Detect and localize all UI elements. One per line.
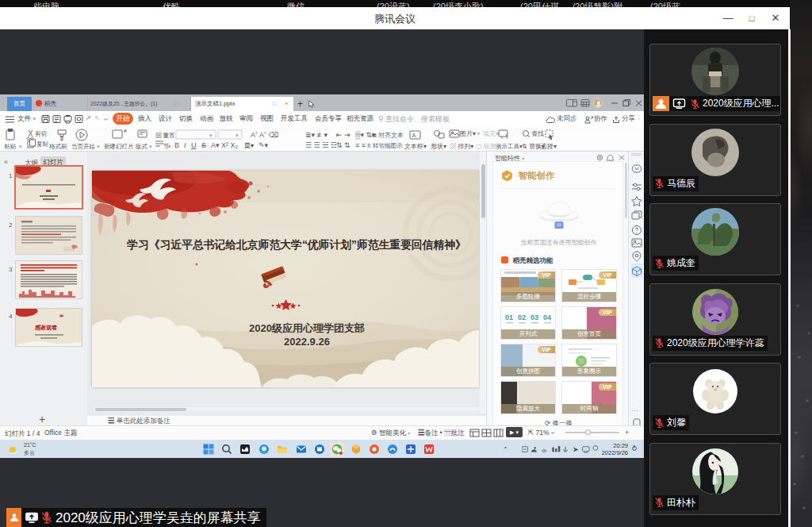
svg-text:选择▾: 选择▾: [541, 143, 557, 150]
svg-text:演示工具▾: 演示工具▾: [496, 143, 523, 150]
svg-text:Aˆ Aˇ ⌫: Aˆ Aˇ ⌫: [251, 131, 278, 139]
svg-text:B: B: [174, 141, 179, 149]
svg-text:查找: 查找: [531, 130, 544, 137]
svg-text:复制: 复制: [36, 140, 48, 148]
svg-text:I: I: [184, 141, 186, 149]
svg-text:▦ 重置: ▦ 重置: [155, 132, 175, 139]
svg-text:S: S: [201, 141, 206, 149]
svg-text:A: A: [412, 133, 416, 138]
svg-text:▨ 排列▾: ▨ 排列▾: [450, 143, 473, 150]
svg-text:文本框▾: 文本框▾: [404, 143, 427, 150]
svg-text:U: U: [191, 141, 197, 149]
svg-text:▾: ▾: [19, 144, 22, 149]
svg-text:图片▾: 图片▾: [460, 130, 476, 137]
svg-text:新建幻灯片: 新建幻灯片: [104, 143, 134, 150]
svg-text:✎▾: ✎▾: [259, 141, 269, 149]
svg-text:奠▾: 奠▾: [244, 142, 254, 149]
svg-text:≣▾ ≢▾: ≣▾ ≢▾: [305, 131, 328, 139]
svg-text:01: 01: [505, 314, 513, 321]
svg-text:形状▾: 形状▾: [431, 143, 446, 150]
svg-text:格式刷: 格式刷: [48, 143, 67, 150]
svg-text:03: 03: [530, 314, 538, 321]
svg-text:⇅ ⇅: ⇅ ⇅: [336, 141, 350, 149]
svg-text:⧉ 对齐文本: ⧉ 对齐文本: [372, 132, 404, 139]
svg-text:▾: ▾: [236, 133, 239, 138]
svg-text:02: 02: [518, 314, 526, 321]
svg-text:▾: ▾: [149, 144, 152, 149]
svg-text:04: 04: [543, 314, 551, 321]
svg-text:粘贴: 粘贴: [4, 143, 17, 150]
svg-text:▾: ▾: [168, 144, 171, 149]
svg-text:感谢观看: 感谢观看: [34, 325, 57, 331]
svg-text:≡ ≡: ≡ ≡: [355, 141, 366, 149]
svg-text:⇤ ⇥: ⇤ ⇥: [336, 131, 350, 139]
svg-text:当页开始: 当页开始: [71, 143, 96, 150]
svg-text:▾: ▾: [97, 144, 100, 149]
svg-text:☰ ☰ ☱ ☲: ☰ ☰ ☱ ☲: [305, 141, 337, 149]
svg-text:✦ 填充▾: ✦ 填充▾: [476, 130, 499, 137]
svg-text:版式: 版式: [135, 143, 148, 150]
svg-text:▾: ▾: [209, 133, 213, 138]
svg-text:剪切: 剪切: [35, 130, 47, 137]
svg-text:⇯ 转智能图示: ⇯ 转智能图示: [366, 142, 403, 149]
svg-text:A▾ X² X₂: A▾ X² X₂: [211, 141, 239, 149]
